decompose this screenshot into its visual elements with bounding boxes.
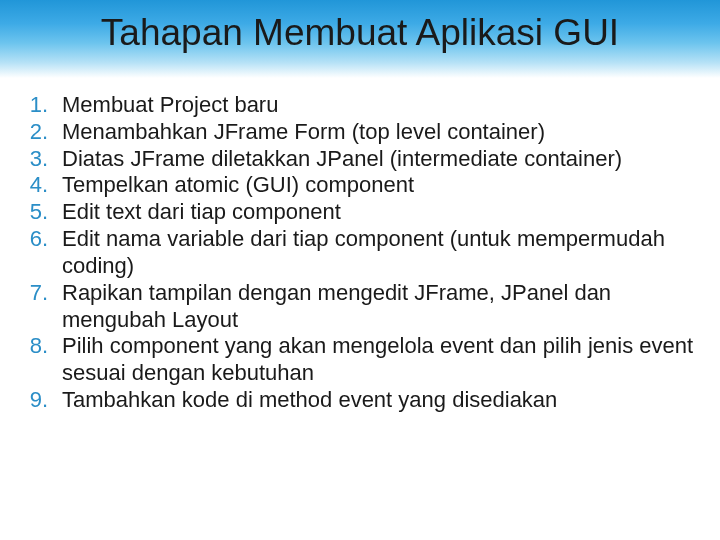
list-item: 6. Edit nama variable dari tiap componen… bbox=[26, 226, 694, 280]
list-number: 3. bbox=[26, 146, 62, 173]
list-text: Tempelkan atomic (GUI) component bbox=[62, 172, 694, 199]
ordered-list: 1. Membuat Project baru 2. Menambahkan J… bbox=[26, 92, 694, 414]
list-text: Edit nama variable dari tiap component (… bbox=[62, 226, 694, 280]
list-item: 9. Tambahkan kode di method event yang d… bbox=[26, 387, 694, 414]
list-text: Pilih component yang akan mengelola even… bbox=[62, 333, 694, 387]
list-text: Rapikan tampilan dengan mengedit JFrame,… bbox=[62, 280, 694, 334]
list-number: 8. bbox=[26, 333, 62, 360]
list-text: Edit text dari tiap component bbox=[62, 199, 694, 226]
list-item: 4. Tempelkan atomic (GUI) component bbox=[26, 172, 694, 199]
list-text: Menambahkan JFrame Form (top level conta… bbox=[62, 119, 694, 146]
list-number: 6. bbox=[26, 226, 62, 253]
list-text: Diatas JFrame diletakkan JPanel (interme… bbox=[62, 146, 694, 173]
list-number: 1. bbox=[26, 92, 62, 119]
list-number: 7. bbox=[26, 280, 62, 307]
list-item: 8. Pilih component yang akan mengelola e… bbox=[26, 333, 694, 387]
list-item: 5. Edit text dari tiap component bbox=[26, 199, 694, 226]
list-number: 4. bbox=[26, 172, 62, 199]
content-area: 1. Membuat Project baru 2. Menambahkan J… bbox=[26, 92, 694, 414]
list-item: 3. Diatas JFrame diletakkan JPanel (inte… bbox=[26, 146, 694, 173]
list-text: Tambahkan kode di method event yang dise… bbox=[62, 387, 694, 414]
page-title: Tahapan Membuat Aplikasi GUI bbox=[0, 12, 720, 54]
list-item: 1. Membuat Project baru bbox=[26, 92, 694, 119]
list-item: 7. Rapikan tampilan dengan mengedit JFra… bbox=[26, 280, 694, 334]
slide: Tahapan Membuat Aplikasi GUI 1. Membuat … bbox=[0, 0, 720, 540]
list-number: 2. bbox=[26, 119, 62, 146]
list-number: 5. bbox=[26, 199, 62, 226]
list-text: Membuat Project baru bbox=[62, 92, 694, 119]
list-number: 9. bbox=[26, 387, 62, 414]
list-item: 2. Menambahkan JFrame Form (top level co… bbox=[26, 119, 694, 146]
